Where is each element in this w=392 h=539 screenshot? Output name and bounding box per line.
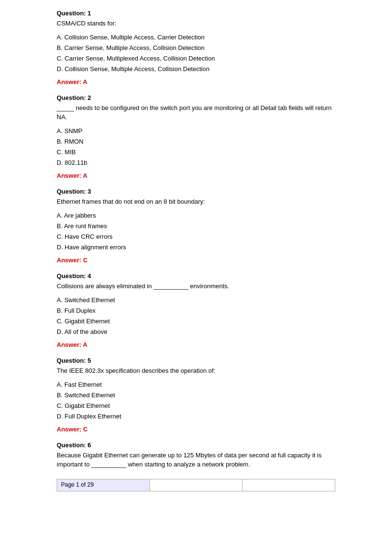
question-text-1: CSMA/CD stands for: xyxy=(57,19,335,28)
answer-1: Answer: A xyxy=(57,78,335,86)
question-options-4: A. Switched Ethernet B. Full Duplex C. G… xyxy=(57,295,335,337)
question-title-6: Question: 6 xyxy=(57,441,335,449)
option: D. Full Duplex Ethernet xyxy=(57,411,335,422)
option: D. Have alignment errors xyxy=(57,242,335,253)
option: D. 802.11b xyxy=(57,158,335,168)
question-title-4: Question: 4 xyxy=(57,272,335,280)
option: B. RMON xyxy=(57,136,335,147)
question-text-6: Because Gigabit Ethernet can generate up… xyxy=(57,451,335,469)
question-title-3: Question: 3 xyxy=(57,188,335,195)
option: C. Gigabit Ethernet xyxy=(57,401,335,411)
answer-2: Answer: A xyxy=(57,172,335,179)
option: A. Switched Ethernet xyxy=(57,295,335,306)
question-block-3: Question: 3 Ethernet frames that do not … xyxy=(57,188,335,264)
question-block-4: Question: 4 Collisions are always elimin… xyxy=(57,272,335,348)
option: B. Switched Ethernet xyxy=(57,390,335,401)
question-block-2: Question: 2 _____ needs to be configured… xyxy=(57,94,335,179)
option: C. Carrier Sense, Multiplexed Access, Co… xyxy=(57,53,335,64)
option: B. Are runt frames xyxy=(57,221,335,232)
main-content: Question: 1 CSMA/CD stands for: A. Colli… xyxy=(57,10,335,491)
option: D. Collision Sense, Multiple Access, Col… xyxy=(57,64,335,74)
question-options-1: A. Collision Sense, Multiple Access, Car… xyxy=(57,32,335,74)
option: A. Collision Sense, Multiple Access, Car… xyxy=(57,32,335,43)
pagination-cell-3[interactable] xyxy=(243,479,335,491)
question-text-2: _____ needs to be configured on the swit… xyxy=(57,103,335,122)
question-options-3: A. Are jabbers B. Are runt frames C. Hav… xyxy=(57,210,335,253)
option: C. Gigabit Ethernet xyxy=(57,316,335,327)
question-block-5: Question: 5 The IEEE 802.3x specificatio… xyxy=(57,357,335,433)
answer-5: Answer: C xyxy=(57,426,335,433)
question-title-1: Question: 1 xyxy=(57,10,335,17)
pagination-cell-2[interactable] xyxy=(150,479,243,491)
question-options-5: A. Fast Ethernet B. Switched Ethernet C.… xyxy=(57,380,335,422)
question-block-1: Question: 1 CSMA/CD stands for: A. Colli… xyxy=(57,10,335,86)
question-title-5: Question: 5 xyxy=(57,357,335,364)
question-block-6: Question: 6 Because Gigabit Ethernet can… xyxy=(57,441,335,469)
option: A. Are jabbers xyxy=(57,210,335,221)
question-text-4: Collisions are always eliminated in ____… xyxy=(57,282,335,291)
answer-4: Answer: A xyxy=(57,341,335,348)
option: C. MIB xyxy=(57,147,335,158)
question-text-3: Ethernet frames that do not end on an 8 … xyxy=(57,197,335,207)
answer-3: Answer: C xyxy=(57,257,335,264)
option: D. All of the above xyxy=(57,327,335,337)
question-text-5: The IEEE 802.3x specification describes … xyxy=(57,366,335,376)
question-options-2: A. SNMP B. RMON C. MIB D. 802.11b xyxy=(57,126,335,168)
pagination-bar: Page 1 of 29 xyxy=(57,479,335,491)
question-title-2: Question: 2 xyxy=(57,94,335,101)
option: A. SNMP xyxy=(57,126,335,136)
option: B. Full Duplex xyxy=(57,306,335,316)
option: C. Have CRC errors xyxy=(57,232,335,242)
option: B. Carrier Sense, Multiple Access, Colli… xyxy=(57,43,335,53)
pagination-current-page[interactable]: Page 1 of 29 xyxy=(57,479,150,491)
option: A. Fast Ethernet xyxy=(57,380,335,390)
